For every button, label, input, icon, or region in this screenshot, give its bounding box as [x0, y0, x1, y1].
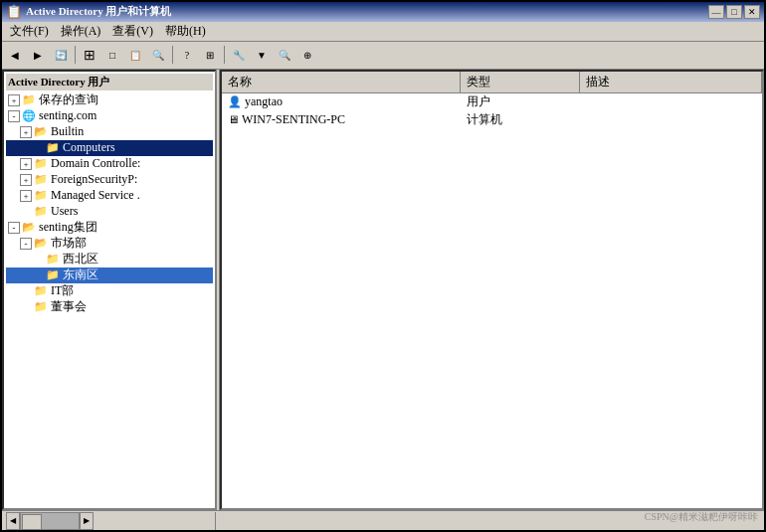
label-managed-service: Managed Service .	[51, 188, 140, 203]
toolbar-up[interactable]: 🔄	[50, 44, 72, 66]
toolbar-btn3[interactable]: 📋	[124, 44, 146, 66]
tree-node-foreign-security[interactable]: + ForeignSecurityP:	[6, 172, 213, 188]
toolbar-forward[interactable]: ▶	[27, 44, 49, 66]
toolbar-btn6[interactable]: ⊞	[199, 44, 221, 66]
label-users: Users	[51, 204, 78, 219]
toolbar-back[interactable]: ◀	[4, 44, 26, 66]
folder-icon-domain	[34, 157, 48, 171]
label-domain-controllers: Domain Controlle:	[51, 156, 140, 171]
tree-node-domain-controllers[interactable]: + Domain Controlle:	[6, 156, 213, 172]
scroll-right-btn[interactable]: ▶	[80, 512, 94, 530]
close-button[interactable]: ✕	[744, 5, 760, 19]
title-icon: 📋	[6, 4, 22, 20]
scroll-left-btn[interactable]: ◀	[6, 512, 20, 530]
title-buttons: — □ ✕	[708, 5, 760, 19]
expander-managed-service[interactable]: +	[20, 190, 32, 202]
expander-users	[20, 206, 32, 218]
list-panel: 名称 类型 描述 yangtao 用户 WIN7-SENTING-PC 计	[220, 70, 764, 511]
label-market-dept: 市场部	[51, 235, 87, 252]
expander-market-dept[interactable]: -	[20, 238, 32, 250]
tree-node-computers[interactable]: Computers	[6, 140, 213, 156]
tree-node-managed-service[interactable]: + Managed Service .	[6, 188, 213, 204]
user-icon-yangtao	[228, 94, 242, 109]
toolbar-sep1	[75, 46, 76, 64]
expander-northwest	[32, 254, 44, 266]
name-text-yangtao: yangtao	[245, 94, 283, 109]
computer-icon-win7	[228, 112, 239, 127]
cell-type-win7: 计算机	[461, 110, 580, 129]
scroll-track[interactable]	[20, 512, 80, 530]
list-header: 名称 类型 描述	[222, 72, 762, 93]
label-southeast: 东南区	[63, 266, 98, 283]
label-board: 董事会	[51, 298, 87, 315]
tree-node-builtin[interactable]: + Builtin	[6, 124, 213, 140]
folder-icon-users	[34, 205, 48, 219]
horizontal-scrollbar[interactable]: ◀ ▶	[6, 512, 94, 530]
tree-node-northwest[interactable]: 西北区	[6, 252, 213, 267]
expander-builtin[interactable]: +	[20, 126, 32, 138]
expander-domain-controllers[interactable]: +	[20, 158, 32, 170]
tree-node-saved-queries[interactable]: + 保存的查询	[6, 92, 213, 108]
col-header-name[interactable]: 名称	[222, 72, 461, 92]
list-row-yangtao[interactable]: yangtao 用户	[222, 93, 762, 111]
menu-help[interactable]: 帮助(H)	[159, 21, 212, 42]
toolbar-btn4[interactable]: 🔍	[147, 44, 169, 66]
cell-desc-win7	[580, 119, 762, 121]
toolbar: ◀ ▶ 🔄 ⊞ □ 📋 🔍 ? ⊞ 🔧 ▼ 🔍 ⊕	[2, 42, 764, 70]
tree-node-market-dept[interactable]: - 市场部	[6, 236, 213, 252]
menu-file[interactable]: 文件(F)	[4, 21, 55, 42]
scroll-thumb[interactable]	[22, 514, 42, 530]
label-computers: Computers	[63, 140, 115, 155]
expander-foreign-security[interactable]: +	[20, 174, 32, 186]
tree-node-senting-group[interactable]: - senting集团	[6, 220, 213, 236]
title-bar: 📋 Active Directory 用户和计算机 — □ ✕	[2, 2, 764, 22]
folder-icon-managed	[34, 189, 48, 203]
folder-icon-board	[34, 300, 48, 314]
label-senting-group: senting集团	[39, 219, 97, 236]
menu-bar: 文件(F) 操作(A) 查看(V) 帮助(H)	[2, 22, 764, 42]
menu-view[interactable]: 查看(V)	[106, 21, 159, 42]
expander-southeast	[32, 269, 44, 281]
label-senting-com: senting.com	[39, 108, 96, 123]
label-saved-queries: 保存的查询	[39, 91, 98, 108]
watermark: CSPN@精米滋粑伊呀咔咔	[645, 510, 758, 524]
label-it-dept: IT部	[51, 282, 74, 299]
tree-node-users[interactable]: Users	[6, 204, 213, 220]
tree-panel: Active Directory 用户 + 保存的查询 - senting.co…	[2, 70, 216, 511]
tree-node-it-dept[interactable]: IT部	[6, 283, 213, 299]
label-northwest: 西北区	[63, 251, 98, 267]
title-bar-left: 📋 Active Directory 用户和计算机	[6, 4, 171, 20]
expander-senting-com[interactable]: -	[8, 110, 20, 122]
list-row-win7[interactable]: WIN7-SENTING-PC 计算机	[222, 111, 762, 129]
status-left: ◀ ▶	[2, 512, 216, 530]
domain-icon-senting	[22, 109, 36, 123]
expander-senting-group[interactable]: -	[8, 222, 20, 234]
toolbar-sep2	[172, 46, 173, 64]
label-builtin: Builtin	[51, 124, 84, 139]
folder-icon-market	[34, 237, 48, 251]
toolbar-btn7[interactable]: 🔧	[228, 44, 250, 66]
toolbar-btn2[interactable]: □	[101, 44, 123, 66]
folder-icon-foreign	[34, 173, 48, 187]
menu-action[interactable]: 操作(A)	[55, 21, 107, 42]
col-header-type[interactable]: 类型	[461, 72, 580, 92]
tree-node-senting-com[interactable]: - senting.com	[6, 108, 213, 124]
toolbar-btn9[interactable]: 🔍	[274, 44, 295, 66]
folder-icon-southeast	[46, 268, 60, 282]
col-header-description[interactable]: 描述	[580, 72, 762, 92]
cell-desc-yangtao	[580, 101, 762, 103]
folder-icon-it	[34, 284, 48, 298]
minimize-button[interactable]: —	[708, 5, 724, 19]
cell-type-yangtao: 用户	[461, 92, 580, 111]
toolbar-btn1[interactable]: ⊞	[79, 44, 100, 66]
window-title: Active Directory 用户和计算机	[26, 4, 171, 19]
folder-icon-builtin	[34, 125, 48, 139]
tree-node-southeast[interactable]: 东南区	[6, 267, 213, 283]
toolbar-btn10[interactable]: ⊕	[296, 44, 318, 66]
expander-saved-queries[interactable]: +	[8, 94, 20, 106]
toolbar-btn5[interactable]: ?	[176, 44, 198, 66]
folder-icon-northwest	[46, 253, 60, 266]
tree-node-board[interactable]: 董事会	[6, 299, 213, 315]
toolbar-btn8[interactable]: ▼	[251, 44, 273, 66]
maximize-button[interactable]: □	[726, 5, 742, 19]
